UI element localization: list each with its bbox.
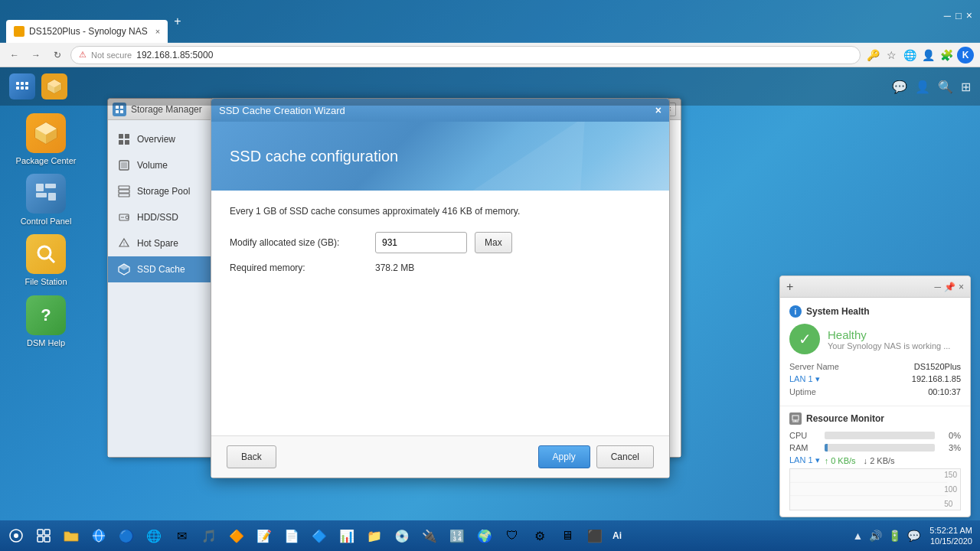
word2-button[interactable]: 📄	[279, 523, 305, 549]
back-button[interactable]: ←	[6, 47, 23, 64]
svg-marker-40	[119, 264, 129, 270]
vlc-button[interactable]: 🔶	[224, 523, 250, 549]
chrome-button[interactable]: 🌐	[141, 523, 167, 549]
overview-icon	[117, 132, 131, 146]
profile-avatar[interactable]: K	[957, 47, 974, 64]
address-bar[interactable]: ⚠ Not secure 192.168.1.85:5000	[70, 46, 861, 64]
chat-icon[interactable]: 💬	[892, 80, 907, 94]
control-panel-desktop-icon[interactable]: Control Panel	[15, 174, 77, 227]
restore-button[interactable]: □	[956, 10, 962, 21]
word-button[interactable]: 📝	[251, 523, 277, 549]
speaker-icon[interactable]: 🔊	[867, 528, 884, 543]
windows-taskbar: 🔵 🌐 ✉ 🎵 🔶 📝 📄 🔷 📊 📁 💿 🔌 🔢 🌍 🛡 ⚙ 🖥 ⬛ Ai ▲…	[0, 520, 980, 551]
svg-rect-33	[119, 194, 129, 197]
dsm-help-desktop-icon[interactable]: ? DSM Help	[15, 295, 77, 348]
search-icon[interactable]: 🔍	[938, 80, 953, 94]
resource-chart: 150 100 50	[789, 468, 961, 510]
sidebar-item-volume[interactable]: Volume	[108, 152, 218, 178]
cortana-button[interactable]: 🔵	[113, 523, 139, 549]
network-icon[interactable]: ▲	[851, 528, 864, 543]
minimize-button[interactable]: ─	[944, 10, 951, 21]
svg-rect-50	[38, 536, 43, 542]
sidebar-item-hdd-ssd[interactable]: HDD/SSD	[108, 204, 218, 230]
excel-button[interactable]: 📊	[334, 523, 360, 549]
nas-taskbar-button[interactable]: 🖥	[554, 523, 580, 549]
cpu-bar-background	[825, 432, 935, 439]
email-button[interactable]: ✉	[168, 523, 194, 549]
resource-section: Resource Monitor CPU 0% RAM 3% LAN 1 ▾	[780, 406, 970, 517]
panel-unpin-button[interactable]: 📌	[944, 282, 956, 292]
dsm-help-label: DSM Help	[27, 338, 65, 348]
taskview-button[interactable]	[31, 523, 57, 549]
star-icon[interactable]: ☆	[884, 47, 899, 63]
package-center-icon[interactable]: Package Center	[15, 113, 77, 166]
person-icon[interactable]: 👤	[915, 80, 930, 94]
close-window-button[interactable]: ×	[966, 9, 972, 21]
sidebar-item-storage-pool[interactable]: Storage Pool	[108, 178, 218, 204]
wizard-max-button[interactable]: Max	[475, 232, 512, 253]
wizard-size-input[interactable]	[375, 232, 467, 253]
svg-rect-31	[119, 186, 129, 189]
media-button[interactable]: 🎵	[196, 523, 222, 549]
browser2-button[interactable]: 🌍	[472, 523, 498, 549]
wizard-size-label: Modify allocated size (GB):	[230, 237, 368, 248]
ps-button[interactable]: 🔷	[306, 523, 332, 549]
burner-button[interactable]: 💿	[389, 523, 415, 549]
tab-list: DS1520Plus - Synology NAS × +	[0, 10, 188, 33]
panel-minimize-button[interactable]: ─	[934, 282, 941, 292]
wizard-footer: Back Apply Cancel	[211, 435, 669, 478]
ie-button[interactable]	[86, 523, 112, 549]
system-clock[interactable]: 5:52:21 AM 10/15/2020	[925, 525, 977, 547]
folder2-button[interactable]: 📁	[361, 523, 387, 549]
svg-rect-25	[119, 134, 123, 139]
svg-rect-22	[120, 106, 123, 109]
svg-rect-2	[25, 82, 28, 85]
panel-add-button[interactable]: +	[786, 280, 793, 294]
key-icon[interactable]: 🔑	[865, 47, 880, 63]
svg-rect-32	[119, 190, 129, 193]
taskbar-left-icons: 🔵 🌐 ✉ 🎵 🔶 📝 📄 🔷 📊 📁 💿 🔌 🔢 🌍 🛡 ⚙ 🖥 ⬛ Ai	[3, 523, 625, 549]
account-icon[interactable]: 👤	[920, 47, 936, 63]
battery-icon[interactable]: 🔋	[887, 528, 903, 543]
file-explorer-button[interactable]	[58, 523, 84, 549]
action-center-icon[interactable]: 💬	[906, 528, 922, 543]
storage-pool-icon	[117, 184, 131, 198]
svg-line-19	[49, 257, 54, 262]
ai-label[interactable]: Ai	[609, 529, 625, 543]
sidebar-item-ssd-cache[interactable]: SSD Cache	[108, 256, 218, 282]
lan-label[interactable]: LAN 1 ▾	[789, 374, 820, 384]
panel-close-button[interactable]: ×	[959, 282, 964, 292]
filezilla-button[interactable]: 🔌	[416, 523, 443, 549]
wizard-close-button[interactable]: ×	[655, 104, 662, 116]
synology-icon[interactable]: 🌐	[902, 47, 917, 63]
start-button[interactable]	[3, 523, 29, 549]
grid-icon[interactable]: ⊞	[961, 80, 971, 94]
nas-topbar-right: 💬 👤 🔍 ⊞	[892, 80, 971, 94]
lan-upload-value: ↑ 0 KB/s	[825, 456, 856, 465]
file-station-desktop-icon[interactable]: File Station	[15, 234, 77, 287]
terminal-button[interactable]: ⬛	[582, 523, 608, 549]
wizard-back-button[interactable]: Back	[227, 445, 276, 468]
not-secure-label: Not secure	[91, 51, 132, 60]
forward-button[interactable]: →	[28, 47, 44, 64]
svg-rect-14	[36, 184, 44, 191]
wizard-cancel-button[interactable]: Cancel	[596, 445, 654, 468]
health-status-info: Healthy Your Synology NAS is working ...	[828, 328, 950, 350]
refresh-button[interactable]: ↻	[49, 47, 66, 64]
svg-rect-27	[119, 140, 123, 145]
browser-tab[interactable]: DS1520Plus - Synology NAS ×	[6, 20, 168, 43]
sidebar-item-hot-spare[interactable]: ! Hot Spare	[108, 230, 218, 256]
antivirus-button[interactable]: 🛡	[499, 523, 525, 549]
calc-button[interactable]: 🔢	[444, 523, 470, 549]
settings2-button[interactable]: ⚙	[527, 523, 553, 549]
lan-resource-label[interactable]: LAN 1 ▾	[789, 455, 820, 465]
desktop-icons-area: Package Center Control Panel File Stat	[15, 113, 77, 348]
wizard-apply-button[interactable]: Apply	[538, 445, 590, 468]
new-tab-button[interactable]: +	[174, 15, 181, 28]
puzzle-icon[interactable]: 🧩	[939, 47, 954, 63]
wizard-memory-value: 378.2 MB	[375, 262, 414, 273]
chart-label-50: 50	[944, 500, 957, 508]
tab-close-button[interactable]: ×	[155, 27, 160, 36]
svg-rect-16	[36, 193, 47, 197]
sidebar-item-overview[interactable]: Overview	[108, 126, 218, 152]
